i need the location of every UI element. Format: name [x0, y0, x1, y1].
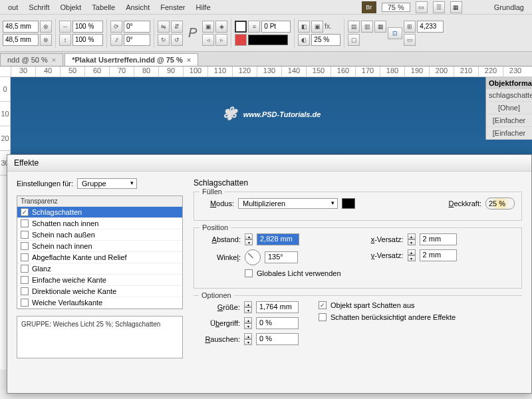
other-effects-checkbox[interactable]: [319, 313, 327, 321]
checkbox-icon[interactable]: [21, 299, 29, 307]
checkbox-icon[interactable]: [21, 265, 29, 273]
distribute-icon[interactable]: ▭: [404, 34, 416, 46]
bridge-icon[interactable]: Br: [362, 1, 376, 13]
menu-fenster[interactable]: Fenster: [155, 3, 190, 11]
checkbox-icon[interactable]: [21, 219, 29, 227]
corner-icon[interactable]: ▢: [348, 34, 360, 46]
checkbox-icon[interactable]: ✓: [21, 208, 29, 216]
select-container-icon[interactable]: ▣: [202, 21, 214, 33]
fx-item-gradient-feather[interactable]: Weiche Verlaufskante: [17, 297, 182, 309]
select-content-icon[interactable]: ◈: [215, 21, 227, 33]
opacity-input[interactable]: [311, 34, 340, 46]
fx-item-inner-shadow[interactable]: Schatten nach innen: [17, 218, 182, 229]
fx-item-outer-glow[interactable]: Schein nach außen: [17, 229, 182, 241]
angle-label: Winkel:: [201, 253, 241, 261]
fx-item-bevel[interactable]: Abgeflachte Kante und Relief: [17, 252, 182, 263]
frame-fitting-icon[interactable]: ⊡: [388, 27, 402, 39]
distance-input[interactable]: 2,828 mm: [257, 233, 299, 245]
scale-x-input[interactable]: [72, 21, 103, 33]
yoffset-input[interactable]: 2 mm: [420, 249, 457, 261]
fx-item-satin[interactable]: Glanz: [17, 263, 182, 275]
zoom-level[interactable]: 75 %: [382, 3, 410, 12]
checkbox-icon[interactable]: [21, 276, 29, 284]
tab-doc-2[interactable]: *Plakat Usertreffen.indd @ 75 %×: [65, 53, 198, 66]
fx-item-inner-glow[interactable]: Schein nach innen: [17, 241, 182, 252]
global-light-checkbox[interactable]: [245, 269, 253, 277]
checkbox-icon[interactable]: [21, 231, 29, 239]
fx-label[interactable]: fx.: [325, 23, 332, 30]
stroke-style-swatch[interactable]: [248, 35, 288, 45]
character-panel-icon[interactable]: P: [188, 25, 197, 41]
flip-h-icon[interactable]: ⇋: [158, 21, 170, 33]
flip-v-icon[interactable]: ⇵: [171, 21, 183, 33]
textwrap-2-icon[interactable]: ▥: [361, 21, 373, 33]
angle-input[interactable]: 135°: [265, 251, 298, 263]
menu-hilfe[interactable]: Hilfe: [191, 3, 216, 11]
select-prev-icon[interactable]: ◃: [202, 34, 214, 46]
tab-doc-1[interactable]: ndd @ 50 %×: [0, 53, 63, 66]
angle-dial[interactable]: [245, 249, 261, 265]
x-position-input[interactable]: [3, 21, 39, 33]
size-spinner[interactable]: ▴▾: [244, 301, 252, 313]
close-icon[interactable]: ×: [52, 56, 56, 64]
link-icon[interactable]: ⊗: [40, 21, 52, 33]
panel-header[interactable]: Objektforma: [486, 77, 532, 89]
xoffset-spinner[interactable]: ▴▾: [408, 233, 416, 245]
options-fieldset: Optionen Größe: ▴▾ 1,764 mm Übergriff: ▴…: [194, 295, 522, 349]
fill-icon[interactable]: [235, 21, 247, 33]
menu-schrift[interactable]: Schrift: [23, 3, 55, 11]
y-position-input[interactable]: [3, 34, 39, 46]
noise-input[interactable]: 0 %: [256, 333, 299, 345]
mode-select[interactable]: Multiplizieren: [238, 198, 338, 209]
stroke-weight-input[interactable]: [261, 21, 291, 33]
wrap-icon[interactable]: ▣: [311, 21, 323, 33]
effects-icon[interactable]: ◧: [298, 21, 310, 33]
knockout-checkbox[interactable]: ✓: [319, 301, 327, 309]
textwrap-1-icon[interactable]: ▤: [348, 21, 360, 33]
far-right-input[interactable]: [417, 21, 444, 33]
noise-spinner[interactable]: ▴▾: [244, 333, 252, 345]
spread-input[interactable]: 0 %: [256, 317, 299, 329]
opacity-input[interactable]: 25 %: [485, 198, 515, 209]
panel-item[interactable]: [Ohne]: [486, 102, 532, 114]
menu-tabelle[interactable]: Tabelle: [86, 3, 120, 11]
checkbox-icon[interactable]: [21, 253, 29, 261]
rotate-cw-icon[interactable]: ↻: [158, 34, 170, 46]
panel-item[interactable]: [Einfacher: [486, 114, 532, 127]
textwrap-3-icon[interactable]: ▦: [374, 21, 386, 33]
view-options-icon[interactable]: ☰: [433, 1, 445, 13]
link-icon-2[interactable]: ⊗: [40, 34, 52, 46]
checkbox-icon[interactable]: [21, 287, 29, 295]
distance-spinner[interactable]: ▴▾: [245, 233, 253, 245]
settings-for-select[interactable]: Gruppe: [77, 178, 137, 189]
menu-objekt[interactable]: Objekt: [55, 3, 86, 11]
scale-y-input[interactable]: [72, 34, 103, 46]
fx-item-basic-feather[interactable]: Einfache weiche Kante: [17, 275, 182, 286]
close-icon[interactable]: ×: [187, 56, 191, 64]
menu-out[interactable]: out: [3, 3, 23, 11]
fill-fieldset: Füllen Modus: Multiplizieren Deckkraft: …: [194, 192, 522, 221]
checkbox-icon[interactable]: [21, 242, 29, 250]
arrange-icon[interactable]: ▦: [450, 1, 462, 13]
fx-item-directional-feather[interactable]: Direktionale weiche Kante: [17, 286, 182, 297]
size-input[interactable]: 1,764 mm: [256, 301, 299, 313]
shear-input[interactable]: [124, 34, 150, 46]
object-styles-panel[interactable]: Objektforma schlagschatten [Ohne] [Einfa…: [485, 77, 532, 140]
yoffset-spinner[interactable]: ▴▾: [408, 249, 416, 261]
workspace-label[interactable]: Grundlag: [467, 3, 529, 11]
spread-spinner[interactable]: ▴▾: [244, 317, 252, 329]
panel-item[interactable]: schlagschatten: [486, 89, 532, 102]
panel-item[interactable]: [Einfacher: [486, 127, 532, 140]
select-next-icon[interactable]: ▹: [215, 34, 227, 46]
rotate-icon: ⟳: [110, 21, 122, 33]
rotate-input[interactable]: [124, 21, 150, 33]
menu-ansicht[interactable]: Ansicht: [120, 3, 155, 11]
screen-mode-icon[interactable]: ▭: [416, 1, 428, 13]
fx-item-schlagschatten[interactable]: ✓Schlagschatten: [17, 207, 182, 218]
xoffset-input[interactable]: 2 mm: [420, 233, 457, 245]
rotate-ccw-icon[interactable]: ↺: [171, 34, 183, 46]
effects-group-label[interactable]: Transparenz: [17, 196, 182, 207]
stroke-icon[interactable]: [235, 34, 247, 46]
global-light-label: Globales Licht verwenden: [257, 269, 341, 277]
color-swatch[interactable]: [342, 198, 355, 209]
